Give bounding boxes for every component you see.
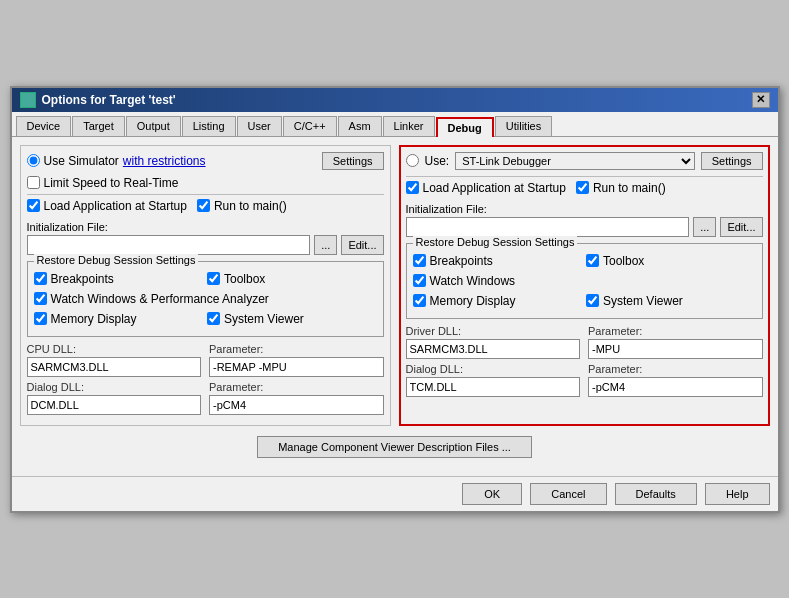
system-viewer-row-left: System Viewer [207, 312, 377, 326]
memory-display-row-left: Memory Display [34, 312, 204, 326]
cpu-dll-param-label: Parameter: [209, 343, 384, 355]
watch-windows-checkbox-left[interactable] [34, 292, 47, 305]
right-panel: Use: ST-Link Debugger Settings Load Appl… [399, 145, 770, 426]
breakpoints-label-left: Breakpoints [51, 272, 114, 286]
init-edit-btn[interactable]: Edit... [341, 235, 383, 255]
run-to-main-checkbox[interactable] [197, 199, 210, 212]
toolbox-checkbox-left[interactable] [207, 272, 220, 285]
restore-group-right: Restore Debug Session Settings Breakpoin… [406, 243, 763, 319]
defaults-button[interactable]: Defaults [615, 483, 697, 505]
driver-dll-label: Driver DLL: [406, 325, 581, 337]
use-label: Use: [425, 154, 450, 168]
init-edit-btn-right[interactable]: Edit... [720, 217, 762, 237]
right-settings-btn[interactable]: Settings [701, 152, 763, 170]
memory-display-checkbox-right[interactable] [413, 294, 426, 307]
tab-listing[interactable]: Listing [182, 116, 236, 136]
app-icon [20, 92, 36, 108]
driver-dll-param-label: Parameter: [588, 325, 763, 337]
run-to-main-checkbox-right[interactable] [576, 181, 589, 194]
cpu-dll-input[interactable] [27, 357, 202, 377]
dialog-dll-section-right: Dialog DLL: Parameter: [406, 363, 763, 397]
help-button[interactable]: Help [705, 483, 770, 505]
system-viewer-label-right: System Viewer [603, 294, 683, 308]
cpu-dll-col: CPU DLL: [27, 343, 202, 377]
load-app-checkbox-right[interactable] [406, 181, 419, 194]
init-browse-btn[interactable]: ... [314, 235, 337, 255]
driver-dll-row: Driver DLL: Parameter: [406, 325, 763, 359]
watch-windows-row-left: Watch Windows & Performance Analyzer [34, 292, 377, 306]
use-radio[interactable] [406, 154, 419, 167]
load-app-label: Load Application at Startup [44, 199, 187, 213]
tab-output[interactable]: Output [126, 116, 181, 136]
watch-windows-label-left: Watch Windows & Performance Analyzer [51, 292, 269, 306]
dialog-dll-input-right[interactable] [406, 377, 581, 397]
cpu-dll-section: CPU DLL: Parameter: [27, 343, 384, 377]
close-button[interactable]: ✕ [752, 92, 770, 108]
limit-speed-row: Limit Speed to Real-Time [27, 176, 384, 190]
restrictions-link[interactable]: with restrictions [123, 154, 206, 168]
tab-utilities[interactable]: Utilities [495, 116, 552, 136]
system-viewer-label-left: System Viewer [224, 312, 304, 326]
simulator-label: Use Simulator [44, 154, 119, 168]
load-app-checkbox[interactable] [27, 199, 40, 212]
cpu-dll-param-col: Parameter: [209, 343, 384, 377]
cpu-dll-label: CPU DLL: [27, 343, 202, 355]
restore-group-title-right: Restore Debug Session Settings [413, 236, 578, 248]
init-browse-btn-right[interactable]: ... [693, 217, 716, 237]
breakpoints-checkbox-right[interactable] [413, 254, 426, 267]
dialog-dll-input-left[interactable] [27, 395, 202, 415]
title-bar: Options for Target 'test' ✕ [12, 88, 778, 112]
debugger-select[interactable]: ST-Link Debugger [455, 152, 695, 170]
toolbox-row-left: Toolbox [207, 272, 377, 286]
load-app-label-right: Load Application at Startup [423, 181, 566, 195]
toolbox-checkbox-right[interactable] [586, 254, 599, 267]
run-to-main-label-right: Run to main() [593, 181, 666, 195]
memory-display-checkbox-left[interactable] [34, 312, 47, 325]
system-viewer-checkbox-left[interactable] [207, 312, 220, 325]
simulator-radio[interactable] [27, 154, 40, 167]
button-row: OK Cancel Defaults Help [12, 476, 778, 511]
breakpoints-checkbox-left[interactable] [34, 272, 47, 285]
system-viewer-checkbox-right[interactable] [586, 294, 599, 307]
init-file-input[interactable] [27, 235, 311, 255]
tab-device[interactable]: Device [16, 116, 72, 136]
ok-button[interactable]: OK [462, 483, 522, 505]
dialog-dll-param-input-right[interactable] [588, 377, 763, 397]
driver-dll-param-input[interactable] [588, 339, 763, 359]
tab-target[interactable]: Target [72, 116, 125, 136]
dialog-dll-row-right: Dialog DLL: Parameter: [406, 363, 763, 397]
simulator-settings-btn[interactable]: Settings [322, 152, 384, 170]
manage-component-btn[interactable]: Manage Component Viewer Description File… [257, 436, 532, 458]
tab-cc[interactable]: C/C++ [283, 116, 337, 136]
watch-windows-label-right: Watch Windows [430, 274, 516, 288]
breakpoints-label-right: Breakpoints [430, 254, 493, 268]
simulator-row: Use Simulator with restrictions Settings [27, 152, 384, 170]
dialog-dll-param-input-left[interactable] [209, 395, 384, 415]
init-file-label-right: Initialization File: [406, 203, 763, 215]
init-file-input-right[interactable] [406, 217, 690, 237]
dialog-dll-param-col-right: Parameter: [588, 363, 763, 397]
tab-debug[interactable]: Debug [436, 117, 494, 137]
memory-display-label-right: Memory Display [430, 294, 516, 308]
main-window: Options for Target 'test' ✕ Device Targe… [10, 86, 780, 513]
content-area: Use Simulator with restrictions Settings… [12, 137, 778, 476]
limit-speed-checkbox[interactable] [27, 176, 40, 189]
cpu-dll-param-input[interactable] [209, 357, 384, 377]
tab-bar: Device Target Output Listing User C/C++ … [12, 112, 778, 137]
driver-dll-input[interactable] [406, 339, 581, 359]
tab-user[interactable]: User [237, 116, 282, 136]
restore-group-left: Restore Debug Session Settings Breakpoin… [27, 261, 384, 337]
cpu-dll-row: CPU DLL: Parameter: [27, 343, 384, 377]
driver-dll-section: Driver DLL: Parameter: [406, 325, 763, 359]
memory-display-label-left: Memory Display [51, 312, 137, 326]
init-file-label: Initialization File: [27, 221, 384, 233]
cancel-button[interactable]: Cancel [530, 483, 606, 505]
tab-asm[interactable]: Asm [338, 116, 382, 136]
watch-windows-checkbox-right[interactable] [413, 274, 426, 287]
run-to-main-label: Run to main() [214, 199, 287, 213]
run-to-main-row-right: Run to main() [576, 181, 666, 195]
tab-linker[interactable]: Linker [383, 116, 435, 136]
limit-speed-label: Limit Speed to Real-Time [44, 176, 179, 190]
two-column-layout: Use Simulator with restrictions Settings… [20, 145, 770, 426]
breakpoints-row-left: Breakpoints [34, 272, 204, 286]
